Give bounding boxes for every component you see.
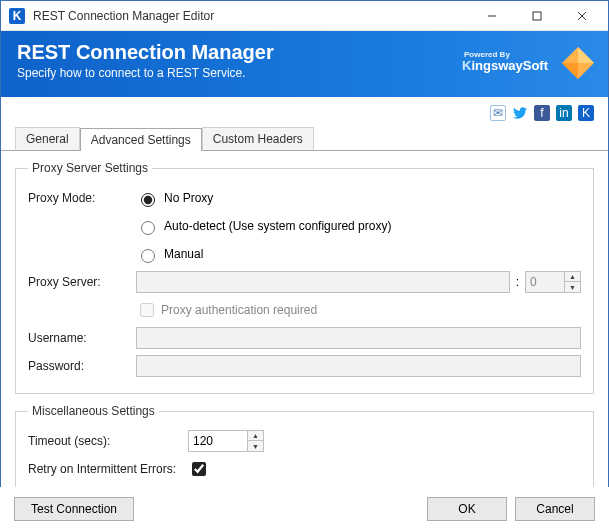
proxy-auth-checkbox[interactable] — [140, 303, 154, 317]
tab-body: Proxy Server Settings Proxy Mode: No Pro… — [1, 151, 608, 525]
kingswaysoft-icon[interactable]: K — [578, 105, 594, 121]
proxy-mode-manual-radio[interactable] — [141, 249, 155, 263]
tab-strip: General Advanced Settings Custom Headers — [1, 127, 608, 151]
proxy-port-spinner[interactable]: ▲ ▼ — [525, 271, 581, 293]
password-label: Password: — [28, 359, 136, 373]
proxy-mode-label: Proxy Mode: — [28, 191, 136, 205]
cancel-button[interactable]: Cancel — [515, 497, 595, 521]
tab-general[interactable]: General — [15, 127, 80, 151]
app-icon: K — [9, 8, 25, 24]
test-connection-button[interactable]: Test Connection — [14, 497, 134, 521]
password-input[interactable] — [136, 355, 581, 377]
proxy-fieldset: Proxy Server Settings Proxy Mode: No Pro… — [15, 161, 594, 394]
retry-checkbox[interactable] — [192, 462, 206, 476]
proxy-mode-noproxy-radio[interactable] — [141, 193, 155, 207]
product-icon — [560, 45, 596, 81]
brand-tag: Powered By — [464, 51, 510, 59]
proxy-port-colon: : — [516, 275, 519, 289]
maximize-button[interactable] — [514, 2, 559, 30]
mail-icon[interactable]: ✉ — [490, 105, 506, 121]
tab-advanced-settings[interactable]: Advanced Settings — [80, 128, 202, 151]
proxy-mode-noproxy[interactable]: No Proxy — [136, 190, 213, 207]
timeout-input[interactable] — [188, 430, 248, 452]
proxy-server-label: Proxy Server: — [28, 275, 136, 289]
linkedin-icon[interactable]: in — [556, 105, 572, 121]
banner: REST Connection Manager Specify how to c… — [1, 31, 608, 97]
proxy-mode-auto-radio[interactable] — [141, 221, 155, 235]
proxy-port-down[interactable]: ▼ — [565, 282, 580, 292]
proxy-port-input[interactable] — [525, 271, 565, 293]
close-button[interactable] — [559, 2, 604, 30]
timeout-up[interactable]: ▲ — [248, 431, 263, 441]
window-title: REST Connection Manager Editor — [33, 9, 469, 23]
proxy-auth-label: Proxy authentication required — [161, 303, 317, 317]
brand-logo: Powered By KingswaySoft — [462, 51, 548, 72]
username-input[interactable] — [136, 327, 581, 349]
footer: Test Connection OK Cancel — [0, 487, 609, 531]
proxy-mode-manual-label: Manual — [164, 247, 203, 261]
proxy-mode-auto[interactable]: Auto-detect (Use system configured proxy… — [136, 218, 391, 235]
proxy-legend: Proxy Server Settings — [28, 161, 152, 175]
username-label: Username: — [28, 331, 136, 345]
retry-label: Retry on Intermittent Errors: — [28, 462, 188, 476]
tab-custom-headers[interactable]: Custom Headers — [202, 127, 314, 151]
proxy-mode-auto-label: Auto-detect (Use system configured proxy… — [164, 219, 391, 233]
social-row: ✉ f in K — [1, 101, 608, 125]
timeout-spinner[interactable]: ▲ ▼ — [188, 430, 264, 452]
twitter-icon[interactable] — [512, 105, 528, 121]
timeout-down[interactable]: ▼ — [248, 441, 263, 451]
timeout-label: Timeout (secs): — [28, 434, 188, 448]
minimize-button[interactable] — [469, 2, 514, 30]
svg-rect-1 — [533, 12, 541, 20]
svg-marker-6 — [562, 63, 578, 79]
svg-marker-5 — [578, 47, 594, 63]
proxy-server-input[interactable] — [136, 271, 510, 293]
facebook-icon[interactable]: f — [534, 105, 550, 121]
misc-legend: Miscellaneous Settings — [28, 404, 159, 418]
brand-k: K — [462, 58, 471, 73]
brand-rest: ingswaySoft — [471, 58, 548, 73]
proxy-port-up[interactable]: ▲ — [565, 272, 580, 282]
proxy-mode-noproxy-label: No Proxy — [164, 191, 213, 205]
titlebar: K REST Connection Manager Editor — [1, 1, 608, 31]
ok-button[interactable]: OK — [427, 497, 507, 521]
proxy-mode-manual[interactable]: Manual — [136, 246, 203, 263]
